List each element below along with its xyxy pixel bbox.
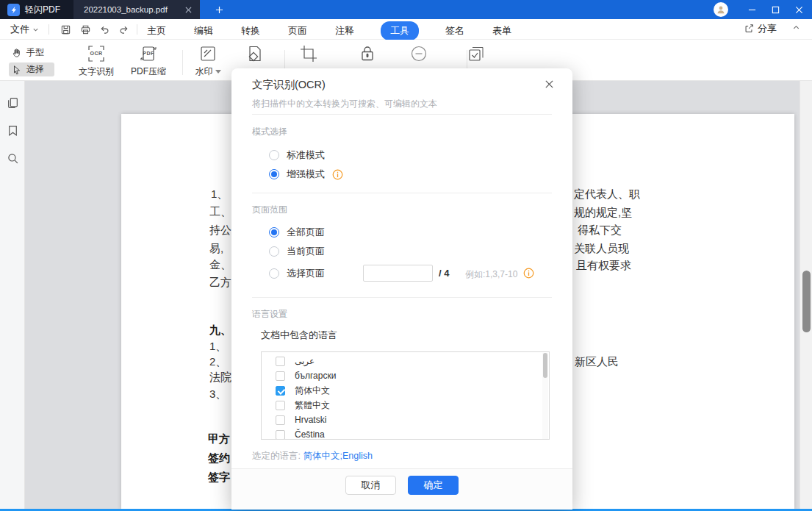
pdf-compress-icon: PDF bbox=[139, 44, 158, 63]
language-option-simplified-chinese[interactable]: 简体中文 bbox=[262, 383, 549, 398]
left-sidebar bbox=[0, 81, 25, 510]
undo-button[interactable] bbox=[96, 22, 112, 37]
search-panel-button[interactable] bbox=[6, 151, 19, 165]
doc-text: 易, bbox=[209, 242, 223, 256]
doc-text: 工、 bbox=[209, 205, 231, 219]
language-option-bulgarian[interactable]: български bbox=[262, 368, 549, 383]
minus-circle-icon bbox=[409, 44, 428, 63]
checkbox-icon bbox=[276, 415, 285, 425]
tab-page[interactable]: 页面 bbox=[287, 21, 309, 40]
compress-tool[interactable]: PDF PDF压缩 bbox=[125, 44, 172, 78]
encrypt-tool[interactable] bbox=[344, 44, 391, 63]
doc-text: 持公 bbox=[209, 224, 231, 237]
divider bbox=[252, 114, 552, 115]
tab-edit[interactable]: 编辑 bbox=[193, 21, 215, 40]
menubar-separator bbox=[137, 24, 137, 35]
doc-text: 且有权要求 bbox=[576, 259, 631, 273]
tab-sign[interactable]: 签名 bbox=[444, 21, 466, 40]
close-window-button[interactable] bbox=[787, 0, 811, 19]
menubar-separator bbox=[48, 24, 49, 35]
app-name: 轻闪PDF bbox=[25, 4, 60, 16]
language-option-traditional-chinese[interactable]: 繁體中文 bbox=[262, 398, 549, 412]
dialog-subtitle: 将扫描件中的文本转换为可搜索、可编辑的文本 bbox=[252, 98, 437, 110]
listbox-scrollbar-thumb[interactable] bbox=[543, 353, 547, 378]
select-tool[interactable]: 选择 bbox=[9, 62, 54, 76]
language-option-czech[interactable]: Čeština bbox=[262, 427, 549, 440]
watermark-tool[interactable]: 水印 bbox=[184, 44, 231, 78]
ocr-dialog: 文字识别(OCR) 将扫描件中的文本转换为可搜索、可编辑的文本 模式选择 标准模… bbox=[231, 68, 572, 510]
file-menu[interactable]: 文件 bbox=[10, 22, 39, 37]
doc-text: 签字 bbox=[208, 471, 230, 485]
range-section-label: 页面范围 bbox=[252, 204, 287, 216]
radio-checked-icon bbox=[269, 227, 279, 237]
language-option-croatian[interactable]: Hrvatski bbox=[262, 412, 549, 427]
ocr-tool[interactable]: OCR 文字识别 bbox=[73, 44, 120, 78]
tab-tools[interactable]: 工具 bbox=[381, 21, 419, 40]
doc-text: 3、 bbox=[209, 387, 226, 401]
tab-form[interactable]: 表单 bbox=[491, 21, 513, 40]
language-listbox[interactable]: عربى български 简体中文 繁體中文 Hrvatski Češtin… bbox=[261, 351, 550, 440]
file-menu-label: 文件 bbox=[10, 23, 29, 36]
info-icon[interactable] bbox=[523, 268, 534, 279]
page-range-input[interactable] bbox=[363, 265, 433, 282]
new-tab-button[interactable] bbox=[212, 3, 226, 16]
doc-text: 法院 bbox=[209, 371, 231, 385]
dialog-footer: 取消 确定 bbox=[231, 468, 572, 510]
ocr-tool-label: 文字识别 bbox=[79, 65, 114, 78]
radio-icon bbox=[269, 268, 279, 279]
print-button[interactable] bbox=[77, 22, 93, 37]
radio-select-pages[interactable]: 选择页面 / 4 例如:1,3,7-10 bbox=[269, 268, 325, 279]
doc-text: 关联人员现 bbox=[574, 242, 629, 256]
tab-home[interactable]: 主页 bbox=[145, 21, 168, 40]
vertical-scrollbar[interactable] bbox=[800, 81, 812, 510]
confirm-button[interactable]: 确定 bbox=[408, 476, 459, 495]
crop-tool[interactable] bbox=[285, 44, 332, 63]
bookmarks-panel-button[interactable] bbox=[6, 124, 19, 137]
scrollbar-thumb[interactable] bbox=[802, 271, 811, 332]
doc-text: 乙方 bbox=[209, 276, 231, 290]
info-icon[interactable] bbox=[332, 169, 343, 180]
save-button[interactable] bbox=[57, 22, 73, 37]
mode-section-label: 模式选择 bbox=[252, 126, 287, 138]
language-sub-label: 文档中包含的语言 bbox=[261, 329, 337, 342]
page-eraser-tool[interactable] bbox=[231, 44, 279, 63]
document-eraser-icon bbox=[245, 44, 265, 63]
language-option-arabic[interactable]: عربى bbox=[262, 354, 549, 368]
titlebar: 轻闪PDF 20221003_backup.pdf bbox=[0, 0, 812, 19]
user-avatar[interactable] bbox=[714, 2, 728, 17]
minimize-button[interactable] bbox=[740, 0, 764, 19]
share-label: 分享 bbox=[758, 22, 777, 35]
radio-current-page[interactable]: 当前页面 bbox=[269, 246, 325, 257]
radio-standard-mode[interactable]: 标准模式 bbox=[269, 149, 325, 161]
tab-annotate[interactable]: 注释 bbox=[334, 21, 356, 40]
radio-all-pages[interactable]: 全部页面 bbox=[269, 226, 325, 238]
radio-icon bbox=[269, 246, 279, 257]
checkbox-icon bbox=[276, 371, 285, 381]
checkbox-icon bbox=[276, 357, 285, 366]
select-tool-label: 选择 bbox=[26, 63, 44, 76]
tab-convert[interactable]: 转换 bbox=[240, 21, 262, 40]
page-range-hint: 例如:1,3,7-10 bbox=[465, 268, 517, 281]
thumbnails-panel-button[interactable] bbox=[6, 96, 19, 109]
doc-text: 甲方 bbox=[208, 432, 230, 446]
dialog-close-button[interactable] bbox=[542, 76, 556, 91]
radio-icon bbox=[269, 150, 279, 160]
hand-icon bbox=[12, 48, 22, 58]
listbox-scrollbar[interactable] bbox=[542, 353, 548, 439]
maximize-button[interactable] bbox=[764, 0, 787, 19]
redo-button[interactable] bbox=[115, 22, 132, 37]
toolbar-separator bbox=[182, 50, 183, 75]
hand-tool[interactable]: 手型 bbox=[9, 46, 54, 60]
collapse-toolbar-button[interactable] bbox=[792, 24, 800, 32]
document-tab[interactable]: 20221003_backup.pdf bbox=[73, 0, 200, 19]
cancel-button[interactable]: 取消 bbox=[345, 476, 396, 495]
share-button[interactable]: 分享 bbox=[744, 22, 777, 35]
radio-enhanced-mode[interactable]: 增强模式 bbox=[269, 168, 343, 180]
tab-close-icon[interactable] bbox=[182, 4, 194, 15]
menubar: 文件 主页 编辑 转换 页面 注释 工具 签名 表单 分享 bbox=[0, 19, 812, 40]
flatten-tool[interactable] bbox=[453, 44, 500, 63]
remove-tool[interactable] bbox=[395, 44, 442, 63]
hand-tool-label: 手型 bbox=[26, 46, 44, 59]
watermark-icon bbox=[198, 44, 218, 63]
selected-languages-value[interactable]: 简体中文;English bbox=[303, 451, 372, 461]
